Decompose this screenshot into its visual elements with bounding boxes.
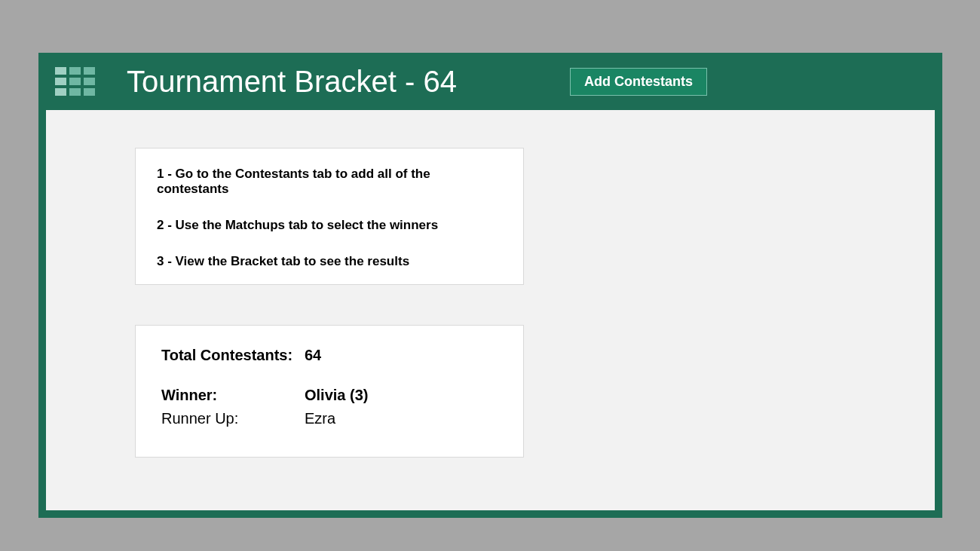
total-contestants-value: 64: [305, 347, 321, 364]
instruction-step: 1 - Go to the Contestants tab to add all…: [157, 167, 502, 197]
app-logo-icon: [55, 67, 95, 96]
winner-label: Winner:: [161, 387, 305, 404]
total-contestants-row: Total Contestants: 64: [161, 347, 498, 364]
page-title: Tournament Bracket - 64: [127, 65, 457, 99]
runnerup-value: Ezra: [305, 410, 335, 427]
total-contestants-label: Total Contestants:: [161, 347, 305, 364]
runnerup-row: Runner Up: Ezra: [161, 410, 498, 427]
runnerup-label: Runner Up:: [161, 410, 305, 427]
winner-row: Winner: Olivia (3): [161, 387, 498, 404]
app-frame: Tournament Bracket - 64 Add Contestants …: [38, 53, 942, 518]
add-contestants-button[interactable]: Add Contestants: [570, 68, 707, 96]
instructions-card: 1 - Go to the Contestants tab to add all…: [135, 148, 524, 285]
instruction-step: 3 - View the Bracket tab to see the resu…: [157, 254, 502, 269]
header-bar: Tournament Bracket - 64 Add Contestants: [38, 53, 942, 110]
winner-value: Olivia (3): [305, 387, 368, 404]
content-area: 1 - Go to the Contestants tab to add all…: [46, 110, 935, 510]
summary-card: Total Contestants: 64 Winner: Olivia (3)…: [135, 325, 524, 458]
instruction-step: 2 - Use the Matchups tab to select the w…: [157, 218, 502, 233]
